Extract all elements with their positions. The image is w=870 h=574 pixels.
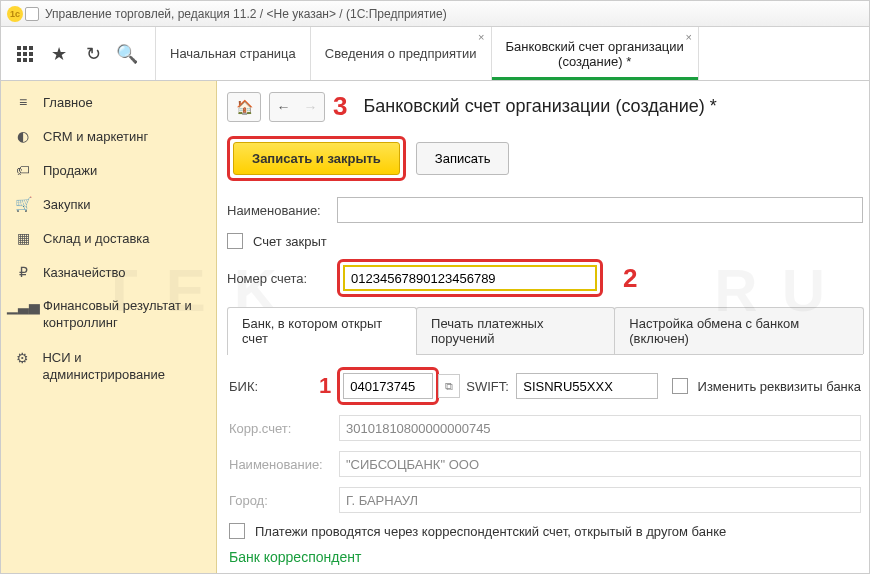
row-name: Наименование:: [227, 197, 863, 223]
back-icon[interactable]: ←: [270, 99, 297, 115]
callout-1: 1: [319, 373, 331, 399]
sidebar-item-sales[interactable]: 🏷Продажи: [1, 153, 216, 187]
account-label: Номер счета:: [227, 271, 337, 286]
action-bar: Записать и закрыть Записать: [227, 136, 863, 181]
row-corr-acc: Корр.счет:: [229, 415, 861, 441]
close-icon[interactable]: ×: [478, 31, 484, 43]
row-account: Номер счета: 2: [227, 259, 863, 297]
tab-label: Сведения о предприятии: [325, 46, 477, 61]
home-button[interactable]: 🏠: [227, 92, 261, 122]
sidebar-item-finance[interactable]: ▁▃▅Финансовый результат и контроллинг: [1, 289, 216, 341]
sidebar-item-label: Закупки: [43, 197, 90, 212]
bic-picker-button[interactable]: ⧉: [438, 374, 460, 398]
highlight-account-inner: [343, 265, 597, 291]
tab-label: Банковский счет организации: [506, 39, 684, 54]
top-toolbar: ★ ↻ 🔍 Начальная страница Сведения о пред…: [1, 27, 869, 81]
row-bank-name: Наименование:: [229, 451, 861, 477]
inner-tabs: Банк, в котором открыт счет Печать плате…: [227, 307, 863, 355]
bic-input[interactable]: [343, 373, 433, 399]
row-bic-swift: БИК: 1 ⧉ SWIFT: Изменить реквизиты банка: [229, 367, 861, 405]
closed-checkbox[interactable]: [227, 233, 243, 249]
sidebar-item-label: CRM и маркетинг: [43, 129, 148, 144]
city-input: [339, 487, 861, 513]
history-icon[interactable]: ↻: [83, 44, 103, 64]
sidebar-item-label: НСИ и администрирование: [42, 350, 202, 384]
highlight-bic: [337, 367, 439, 405]
cart-icon: 🛒: [15, 196, 31, 212]
page-title: Банковский счет организации (создание) *: [363, 96, 716, 117]
boxes-icon: ▦: [15, 230, 31, 246]
callout-3: 3: [333, 91, 347, 122]
save-button[interactable]: Записать: [416, 142, 510, 175]
itab-bank[interactable]: Банк, в котором открыт счет: [227, 307, 417, 354]
menu-icon: ≡: [15, 94, 31, 110]
main-area: ≡Главное ◐CRM и маркетинг 🏷Продажи 🛒Заку…: [1, 81, 869, 574]
itab-print[interactable]: Печать платежных поручений: [416, 307, 615, 354]
apps-icon[interactable]: [15, 44, 35, 64]
star-icon[interactable]: ★: [49, 44, 69, 64]
tab-company[interactable]: Сведения о предприятии×: [311, 27, 492, 80]
nav-buttons[interactable]: ← →: [269, 92, 325, 122]
via-corr-checkbox[interactable]: [229, 523, 245, 539]
sidebar-item-treasury[interactable]: ₽Казначейство: [1, 255, 216, 289]
tab-home[interactable]: Начальная страница: [156, 27, 311, 80]
itab-exchange[interactable]: Настройка обмена с банком (включен): [614, 307, 864, 354]
corr-acc-input: [339, 415, 861, 441]
bank-name-label: Наименование:: [229, 457, 339, 472]
sidebar-item-crm[interactable]: ◐CRM и маркетинг: [1, 119, 216, 153]
corr-bank-title: Банк корреспондент: [229, 549, 861, 565]
sidebar: ≡Главное ◐CRM и маркетинг 🏷Продажи 🛒Заку…: [1, 81, 217, 574]
bic-label: БИК:: [229, 379, 319, 394]
sidebar-item-admin[interactable]: ⚙НСИ и администрирование: [1, 341, 216, 393]
pie-icon: ◐: [15, 128, 31, 144]
app-logo-icon: 1c: [7, 6, 23, 22]
row-closed: Счет закрыт: [227, 233, 863, 249]
edit-req-label: Изменить реквизиты банка: [698, 379, 861, 394]
dropdown-icon[interactable]: [25, 7, 39, 21]
tool-icon-group: ★ ↻ 🔍: [1, 27, 156, 80]
highlight-account: [337, 259, 603, 297]
swift-input[interactable]: [516, 373, 657, 399]
corr-acc-label: Корр.счет:: [229, 421, 339, 436]
account-input[interactable]: [345, 267, 595, 289]
sidebar-item-label: Казначейство: [43, 265, 125, 280]
forward-icon[interactable]: →: [297, 99, 324, 115]
save-and-close-button[interactable]: Записать и закрыть: [233, 142, 400, 175]
sidebar-item-warehouse[interactable]: ▦Склад и доставка: [1, 221, 216, 255]
window-title: Управление торговлей, редакция 11.2 / <Н…: [45, 7, 447, 21]
callout-2: 2: [623, 263, 637, 294]
tabs-bar: Начальная страница Сведения о предприяти…: [156, 27, 869, 80]
chart-icon: ▁▃▅: [15, 298, 31, 314]
via-corr-label: Платежи проводятся через корреспондентск…: [255, 524, 726, 539]
highlight-save-close: Записать и закрыть: [227, 136, 406, 181]
close-icon[interactable]: ×: [685, 31, 691, 43]
sidebar-item-label: Главное: [43, 95, 93, 110]
window-title-bar: 1c Управление торговлей, редакция 11.2 /…: [1, 1, 869, 27]
name-input[interactable]: [337, 197, 863, 223]
sidebar-item-label: Продажи: [43, 163, 97, 178]
page-header: 🏠 ← → 3 Банковский счет организации (соз…: [227, 91, 863, 122]
money-icon: ₽: [15, 264, 31, 280]
edit-req-checkbox[interactable]: [672, 378, 688, 394]
content-area: 🏠 ← → 3 Банковский счет организации (соз…: [217, 81, 869, 574]
swift-label: SWIFT:: [466, 379, 516, 394]
gear-icon: ⚙: [15, 350, 30, 366]
tag-icon: 🏷: [15, 162, 31, 178]
sidebar-item-purchases[interactable]: 🛒Закупки: [1, 187, 216, 221]
row-city: Город:: [229, 487, 861, 513]
name-label: Наименование:: [227, 203, 337, 218]
sidebar-item-label: Финансовый результат и контроллинг: [43, 298, 202, 332]
search-icon[interactable]: 🔍: [117, 44, 137, 64]
tab-label: (создание) *: [506, 54, 684, 69]
bank-name-input: [339, 451, 861, 477]
tab-bank-account[interactable]: Банковский счет организации (создание) *…: [492, 27, 699, 80]
inner-tab-content: БИК: 1 ⧉ SWIFT: Изменить реквизиты банка…: [227, 355, 863, 574]
city-label: Город:: [229, 493, 339, 508]
sidebar-item-main[interactable]: ≡Главное: [1, 85, 216, 119]
tab-label: Начальная страница: [170, 46, 296, 61]
row-via-corr: Платежи проводятся через корреспондентск…: [229, 523, 861, 539]
sidebar-item-label: Склад и доставка: [43, 231, 150, 246]
closed-label: Счет закрыт: [253, 234, 327, 249]
